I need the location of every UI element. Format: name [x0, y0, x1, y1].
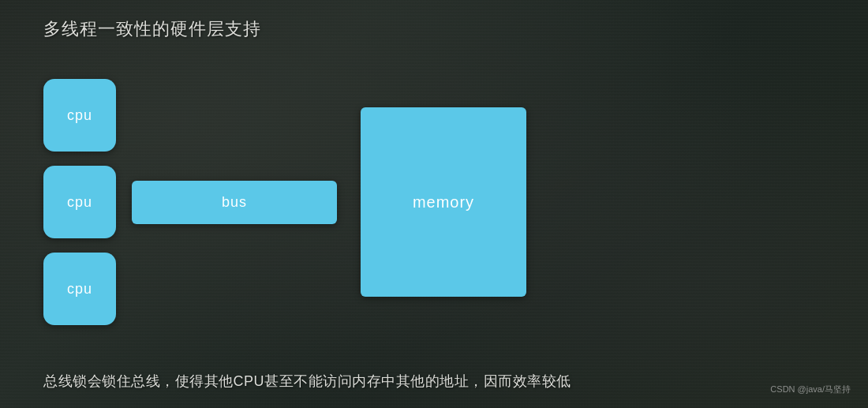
- bus-label: bus: [222, 194, 247, 211]
- cpu-box-3: cpu: [43, 253, 116, 325]
- watermark: CSDN @java/马坚持: [770, 384, 851, 395]
- page-title: 多线程一致性的硬件层支持: [43, 17, 261, 41]
- cpu-column: cpu cpu cpu: [43, 79, 116, 325]
- memory-label: memory: [413, 193, 474, 211]
- bus-box: bus: [132, 181, 337, 224]
- cpu-label-2: cpu: [67, 194, 92, 211]
- cpu-box-1: cpu: [43, 79, 116, 152]
- cpu-label-1: cpu: [67, 107, 92, 124]
- content-area: 多线程一致性的硬件层支持 cpu cpu cpu bus memory 总线锁会…: [0, 0, 868, 408]
- cpu-box-2: cpu: [43, 166, 116, 238]
- cpu-label-3: cpu: [67, 281, 92, 298]
- memory-box: memory: [361, 107, 526, 297]
- footer-text: 总线锁会锁住总线，使得其他CPU甚至不能访问内存中其他的地址，因而效率较低: [43, 372, 571, 391]
- bus-memory-area: bus memory: [132, 107, 825, 297]
- diagram-area: cpu cpu cpu bus memory: [43, 59, 825, 345]
